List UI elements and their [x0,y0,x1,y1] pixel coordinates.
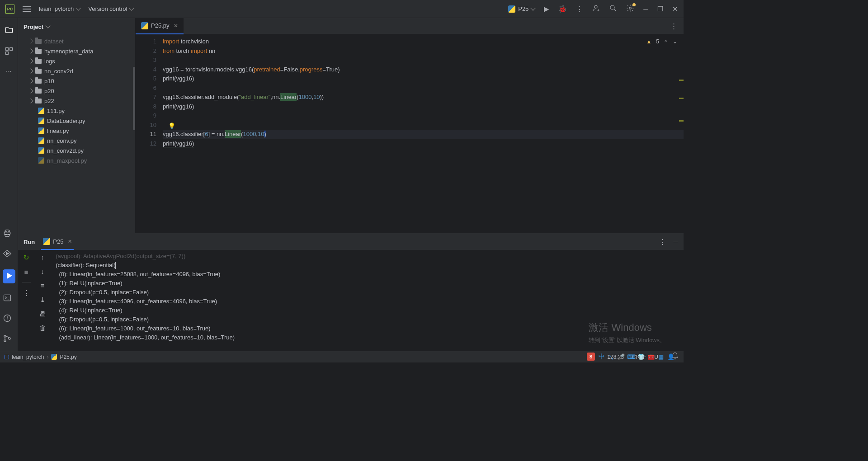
tree-item-label: nn_conv2d.py [47,147,84,154]
python-icon [51,354,57,360]
vcs-selector[interactable]: Version control [88,5,133,12]
sogou-ime-icon[interactable]: S [587,353,595,361]
chevron-up-icon[interactable]: ⌄ [664,37,668,47]
run-tool-icon[interactable] [3,269,15,283]
more-tools-icon[interactable]: ⋯ [6,68,12,75]
run-config-selector[interactable]: P25 [508,5,535,13]
editor-body[interactable]: 123456789101112 💡 import torchvisionfrom… [136,34,684,233]
svg-point-12 [4,340,5,342]
chevron-right-icon [28,88,33,93]
main-menu-icon[interactable] [23,6,31,12]
code-area[interactable]: 💡 import torchvisionfrom torch import nn… [163,34,684,233]
ime-tool-icon[interactable]: 🧰 [647,353,655,360]
inspection-widget[interactable]: ▲ 5 ⌄ ⌄ [646,37,677,47]
svg-point-11 [4,335,5,337]
chevron-right-icon [28,78,33,83]
tree-folder[interactable]: dataset [18,36,135,46]
ime-punct-icon[interactable]: °, [608,353,615,360]
chevron-right-icon [28,58,33,63]
editor-tab-label: P25.py [151,22,169,29]
project-tool-icon[interactable] [5,25,14,36]
titlebar: PC leain_pytorch Version control P25 ▶ 🐞… [0,0,684,18]
breadcrumb[interactable]: leain_pytorch › P25.py [5,354,77,360]
search-icon[interactable] [609,4,617,14]
tree-folder[interactable]: logs [18,56,135,66]
tree-file[interactable]: 111.py [18,106,135,116]
svg-point-0 [594,5,597,8]
settings-icon[interactable] [626,4,634,14]
stop-icon[interactable]: ■ [24,268,28,276]
structure-tool-icon[interactable] [5,47,14,57]
python-file-icon [38,127,44,134]
tree-folder[interactable]: hymenoptera_data [18,46,135,56]
project-panel-header[interactable]: Project [18,18,135,35]
python-icon [508,5,515,13]
close-window-icon[interactable]: ✕ [672,5,678,13]
crumb-file: P25.py [60,354,76,360]
ime-mic-icon[interactable]: 🎤 [618,353,625,360]
code-with-me-icon[interactable] [592,4,600,14]
pycharm-logo-icon: PC [5,5,14,14]
tree-folder[interactable]: p22 [18,96,135,106]
tree-file[interactable]: linear.py [18,126,135,136]
rerun-icon[interactable]: ↻ [24,254,29,262]
chevron-down-icon [76,5,81,10]
tool-rail-left: ⋯ [0,18,18,351]
editor-tabs-more-icon[interactable]: ⋮ [664,22,684,30]
ime-lang-icon[interactable]: 中 [598,353,605,360]
tree-file[interactable]: nn_conv.py [18,136,135,146]
folder-icon [35,39,42,44]
chevron-down-icon[interactable]: ⌄ [673,37,677,47]
run-button[interactable]: ▶ [544,5,549,13]
scrollbar-thumb[interactable] [133,67,135,130]
project-selector[interactable]: leain_pytorch [39,5,80,12]
services-tool-icon[interactable] [3,249,15,259]
tree-item-label: logs [44,58,55,65]
folder-icon [35,69,42,74]
python-console-icon[interactable] [3,229,15,239]
tree-file[interactable]: DataLoader.py [18,116,135,126]
scroll-to-end-icon[interactable]: ⤓ [40,296,46,304]
run-header-label: Run [24,239,35,245]
close-tab-icon[interactable]: ✕ [174,23,178,29]
crumb-project: leain_pytorch [12,354,44,360]
terminal-tool-icon[interactable] [3,293,15,304]
ime-skin-icon[interactable]: 👕 [637,353,645,360]
run-tab-p25[interactable]: P25 ✕ [41,234,74,250]
close-run-tab-icon[interactable]: ✕ [68,239,72,245]
editor-tab-p25[interactable]: P25.py ✕ [136,18,184,34]
intention-bulb-icon[interactable]: 💡 [168,122,175,131]
restore-window-icon[interactable]: ❐ [657,5,663,13]
hide-panel-icon[interactable]: ─ [673,238,678,246]
tree-file[interactable]: nn_maxpool.py [18,155,135,165]
soft-wrap-icon[interactable]: ≡ [41,282,45,289]
minimize-window-icon[interactable]: ─ [643,5,648,13]
module-icon [5,355,9,359]
folder-icon [35,79,42,84]
editor: P25.py ✕ ⋮ 123456789101112 💡 import torc… [136,18,684,233]
problems-tool-icon[interactable] [3,314,15,324]
tree-file[interactable]: nn_conv2d.py [18,146,135,155]
clear-icon[interactable]: 🗑 [39,324,46,332]
ime-taskbar: S 中 °, 🎤 ⌨ 👕 🧰 ▦ 👤 [587,351,675,362]
ime-menu-icon[interactable]: ▦ [657,353,665,360]
tree-folder[interactable]: p20 [18,86,135,96]
vcs-tool-icon[interactable] [3,334,15,344]
tree-item-label: linear.py [47,127,69,134]
scroll-up-icon[interactable]: ↑ [41,254,44,261]
python-file-icon [38,147,44,154]
tree-folder[interactable]: p10 [18,76,135,86]
more-actions-icon[interactable]: ⋮ [576,5,583,13]
print-icon[interactable]: 🖶 [39,310,46,318]
project-tree[interactable]: datasethymenoptera_datalogsnn_conv2dp10p… [18,35,135,233]
tree-folder[interactable]: nn_conv2d [18,66,135,76]
debug-button[interactable]: 🐞 [558,5,567,13]
chevron-right-icon [28,98,33,103]
ime-user-icon[interactable]: 👤 [667,353,675,360]
ime-keyboard-icon[interactable]: ⌨ [627,353,635,360]
scroll-down-icon[interactable]: ↓ [41,268,44,275]
run-output[interactable]: (avgpool): AdaptiveAvgPool2d(output_size… [51,250,684,351]
run-panel-more-icon[interactable]: ⋮ [659,238,666,246]
chevron-right-icon: › [47,354,48,360]
run-toolbar-more-icon[interactable]: ⋮ [23,289,30,297]
